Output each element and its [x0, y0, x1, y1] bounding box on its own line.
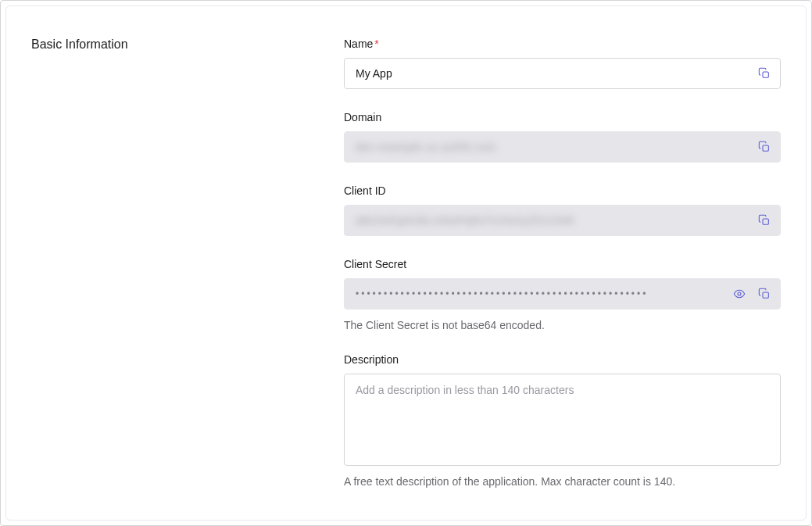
eye-icon[interactable]	[731, 285, 748, 302]
client-id-label: Client ID	[344, 184, 781, 197]
required-mark: *	[374, 38, 378, 50]
name-input[interactable]	[344, 58, 781, 89]
svg-point-3	[738, 292, 741, 295]
field-client-secret: Client Secret ••••••••••••••••••••••••••…	[344, 258, 781, 331]
svg-rect-2	[763, 219, 768, 224]
client-secret-masked: ••••••••••••••••••••••••••••••••••••••••…	[356, 288, 648, 299]
section-title: Basic Information	[31, 38, 344, 504]
client-id-trailing-icons	[756, 212, 773, 229]
name-label: Name	[344, 38, 373, 50]
name-input-wrap	[344, 58, 781, 89]
page-frame: Basic Information Name* Domai	[0, 0, 812, 526]
domain-input: dev-example.us.auth0.com	[344, 131, 781, 163]
form-column: Name* Domain dev-example.us.auth0.com	[344, 38, 781, 504]
basic-info-card: Basic Information Name* Domai	[5, 5, 807, 521]
description-textarea[interactable]	[344, 374, 781, 466]
copy-icon[interactable]	[756, 65, 773, 82]
client-secret-trailing-icons	[731, 285, 773, 302]
copy-icon[interactable]	[756, 138, 773, 156]
name-trailing-icons	[756, 65, 773, 82]
field-description: Description A free text description of t…	[344, 353, 781, 488]
domain-trailing-icons	[756, 138, 773, 156]
domain-input-wrap: dev-example.us.auth0.com	[344, 131, 781, 163]
copy-icon[interactable]	[756, 212, 773, 229]
domain-value-redacted: dev-example.us.auth0.com	[356, 141, 496, 153]
client-secret-input-wrap: ••••••••••••••••••••••••••••••••••••••••…	[344, 278, 781, 310]
client-id-input-wrap: aBcDeFgHiJkLmNoPqRsTuVwXyZ012345	[344, 205, 781, 236]
description-label: Description	[344, 353, 781, 366]
svg-rect-4	[763, 292, 768, 298]
svg-rect-1	[763, 145, 768, 151]
domain-label: Domain	[344, 111, 781, 123]
client-id-value-redacted: aBcDeFgHiJkLmNoPqRsTuVwXyZ012345	[356, 214, 574, 227]
field-client-id: Client ID aBcDeFgHiJkLmNoPqRsTuVwXyZ0123…	[344, 184, 781, 236]
field-name: Name*	[344, 38, 781, 89]
copy-icon[interactable]	[756, 285, 773, 302]
name-label-row: Name*	[344, 38, 781, 50]
client-secret-label: Client Secret	[344, 258, 781, 270]
client-secret-input: ••••••••••••••••••••••••••••••••••••••••…	[344, 278, 781, 310]
client-secret-help: The Client Secret is not base64 encoded.	[344, 319, 781, 331]
svg-rect-0	[763, 72, 768, 77]
description-help: A free text description of the applicati…	[344, 475, 781, 488]
field-domain: Domain dev-example.us.auth0.com	[344, 111, 781, 163]
client-id-input: aBcDeFgHiJkLmNoPqRsTuVwXyZ012345	[344, 205, 781, 236]
